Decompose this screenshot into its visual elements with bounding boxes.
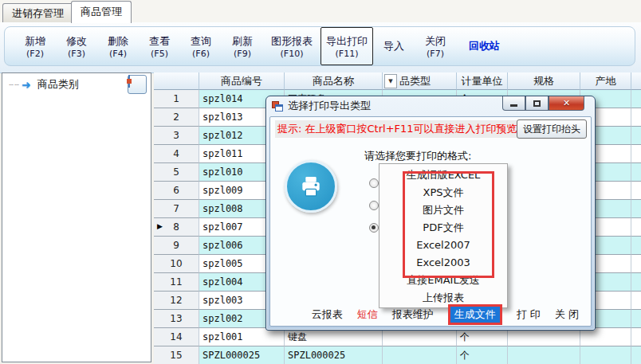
column-header-商品名称[interactable]: 商品名称 [285,72,383,90]
row-number-cell[interactable]: 10 [154,255,199,273]
product-code-cell[interactable]: SPZL000025 [199,346,285,364]
cloud-report-link[interactable]: 云报表 [312,307,343,322]
option-直接EMAIL发送[interactable]: 直接EMAIL发送 [379,272,507,289]
toolbar-button-label: 查看 [149,34,170,49]
format-radio-button[interactable] [369,223,379,233]
column-header-label: 规格 [533,74,554,88]
current-row-marker: ▶ [157,222,163,230]
maximize-button[interactable] [525,96,549,111]
format-prompt: 请选择您要打印的格式: [364,149,471,163]
origin-cell[interactable] [580,328,631,346]
row-number-cell[interactable]: 11 [154,273,199,292]
row-number-cell[interactable]: 5 [154,163,199,182]
filler-cell [631,145,641,163]
row-number-cell[interactable]: 2 [154,108,199,127]
toolbar-button-导入[interactable]: 导入 [373,27,415,65]
row-number-cell[interactable]: 7 [154,200,199,218]
row-number-cell[interactable]: 14 [154,328,199,346]
sms-link[interactable]: 短信 [357,307,378,322]
option-XPS文件[interactable]: XPS文件 [379,184,507,202]
toolbar-button-关闭[interactable]: 关闭(F7) [415,27,456,65]
format-radio-button[interactable] [369,178,379,188]
row-number-cell[interactable]: 4 [154,145,199,163]
product-name-cell[interactable]: 键盘 [285,328,383,346]
set-print-header-button[interactable]: 设置打印抬头 [517,119,587,139]
recycle-bin-link[interactable]: 回收站 [469,39,500,53]
tree-node-product-category[interactable]: ┄┄ ➜ 商品类别 [2,73,151,96]
column-header-label: 产地 [596,74,616,88]
option-Excel2007[interactable]: Excel2007 [379,237,507,254]
column-header-0 [154,72,199,90]
format-radio-button[interactable] [369,201,379,210]
toolbar-button-刷新[interactable]: 刷新(F9) [222,27,263,65]
maximize-icon [533,100,541,107]
minimize-icon [510,104,517,107]
column-header-label: 品类型 [399,74,431,88]
product-type-cell[interactable] [383,346,457,364]
export-options-popup: 生成旧版EXCELXPS文件图片文件PDF文件Excel2007Excel200… [379,163,508,308]
tab-inventory-management[interactable]: 进销存管理 [2,3,73,22]
option-生成旧版EXCEL[interactable]: 生成旧版EXCEL [379,166,507,184]
unit-cell[interactable]: 个 [457,328,508,346]
toolbar-button-shortcut: (F2) [26,49,44,59]
toolbar-panel: 新增(F2)修改(F3)删除(F4)查看(F5)查询(F6)刷新(F9)图形报表… [4,26,635,66]
toolbar-button-查询[interactable]: 查询(F6) [180,27,222,65]
minimize-button[interactable] [502,96,525,111]
table-row[interactable]: 15SPZL000025SPZL000025个 [154,346,641,364]
toolbar-button-shortcut: (F5) [151,49,168,59]
toolbar-button-shortcut: (F6) [192,49,210,59]
toolbar-button-shortcut: (F3) [68,49,85,59]
filter-dropdown-icon[interactable]: ▼ [384,74,397,88]
filler-cell [631,90,641,108]
row-number-cell[interactable]: 3 [154,127,199,145]
option-图片文件[interactable]: 图片文件 [379,202,507,219]
report-maintain-link[interactable]: 报表维护 [392,307,434,322]
option-PDF文件[interactable]: PDF文件 [379,219,507,237]
row-number-cell[interactable]: 1 [154,90,199,108]
toolbar-button-新增[interactable]: 新增(F2) [14,27,56,65]
row-number-cell[interactable]: 9 [154,237,199,255]
column-header-计量单位[interactable]: 计量单位 [457,72,508,90]
print-export-dialog: 选择打印导出类型 ✕ 提示: 在上级窗口按Ctrl+F11可以直接进入打印预览 … [265,96,596,331]
close-dialog-button[interactable]: 关 闭 [555,307,579,322]
option-Excel2003[interactable]: Excel2003 [379,254,507,272]
row-number-cell[interactable]: 6 [154,182,199,200]
toolbar-button-查看[interactable]: 查看(F5) [139,27,180,65]
product-name-cell[interactable]: SPZL000025 [285,346,383,364]
generate-file-button[interactable]: 生成文件 [448,304,502,325]
filler-cell [631,182,641,200]
row-number-cell[interactable]: 8▶ [154,218,199,237]
category-panel-toggle-button[interactable] [128,75,147,94]
column-header-规格[interactable]: 规格 [508,72,580,90]
toolbar-button-修改[interactable]: 修改(F3) [56,27,97,65]
toolbar-button-shortcut: (F7) [427,49,444,59]
spec-cell[interactable] [508,346,580,364]
dialog-footer: 云报表短信报表维护生成文件打 印关 闭 [270,306,579,323]
table-row[interactable]: 14spzl001键盘个 [154,328,641,346]
row-number-cell[interactable]: 12 [154,292,199,310]
origin-cell[interactable] [580,346,631,364]
print-button[interactable]: 打 印 [517,307,541,322]
spec-cell[interactable] [508,328,580,346]
filler-cell [631,273,641,292]
close-button[interactable]: ✕ [549,96,584,111]
toolbar-button-删除[interactable]: 删除(F4) [97,27,139,65]
column-header-品类型[interactable]: ▼品类型 [383,72,457,90]
product-code-cell[interactable]: spzl001 [199,328,285,346]
row-number-cell[interactable]: 15 [154,346,199,364]
column-header-产地[interactable]: 产地 [580,72,631,90]
column-header-label: 商品编号 [221,74,262,88]
unit-cell[interactable]: 个 [457,346,508,364]
product-type-cell[interactable] [383,328,457,346]
form-icon [272,100,283,112]
filler-cell [631,200,641,218]
tab-product-management[interactable]: 商品管理 [71,1,132,23]
toolbar-button-label: 删除 [108,34,128,49]
row-number-cell[interactable]: 13 [154,310,199,328]
toolbar-button-图形报表[interactable]: 图形报表(F10) [263,27,320,65]
toolbar-button-导出打印[interactable]: 导出打印(F11) [320,27,373,65]
close-icon: ✕ [563,98,570,108]
tree-node-label: 商品类别 [35,76,81,92]
column-header-商品编号[interactable]: 商品编号 [199,72,285,90]
tip-row: 提示: 在上级窗口按Ctrl+F11可以直接进入打印预览 设置打印抬头 [270,117,591,141]
